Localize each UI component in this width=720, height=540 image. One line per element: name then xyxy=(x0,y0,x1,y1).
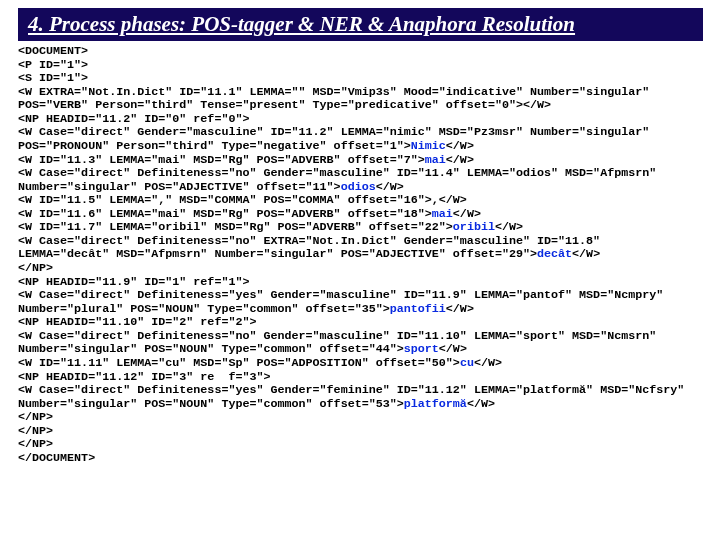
line: </NP> xyxy=(18,261,53,275)
line: <NP HEADID="11.12" ID="3" re f="3"> xyxy=(18,370,271,384)
line: <W Case="direct" Definiteness="no" EXTRA… xyxy=(18,234,607,262)
line: </W> xyxy=(439,342,467,356)
word-pantofii: pantofii xyxy=(390,302,446,316)
line: <W Case="direct" Definiteness="yes" Gend… xyxy=(18,288,670,316)
word-mai: mai xyxy=(432,207,453,221)
word-cu: cu xyxy=(460,356,474,370)
xml-output: <DOCUMENT> <P ID="1"> <S ID="1"> <W EXTR… xyxy=(18,45,698,465)
line: </W> xyxy=(467,397,495,411)
line: </W> xyxy=(376,180,404,194)
line: <NP HEADID="11.10" ID="2" ref="2"> xyxy=(18,315,256,329)
line: </W> xyxy=(446,302,474,316)
line: </W> xyxy=(446,153,474,167)
slide-title: 4. Process phases: POS-tagger & NER & An… xyxy=(18,8,703,41)
line: <W ID="11.3" LEMMA="mai" MSD="Rg" POS="A… xyxy=(18,153,425,167)
line: <W Case="direct" Definiteness="yes" Gend… xyxy=(18,383,691,411)
line: </NP> xyxy=(18,410,53,424)
line: </W> xyxy=(572,247,600,261)
word-nimic: Nimic xyxy=(411,139,446,153)
word-sport: sport xyxy=(404,342,439,356)
word-decat: decât xyxy=(537,247,572,261)
line: <W Case="direct" Definiteness="no" Gende… xyxy=(18,329,663,357)
line: <W ID="11.5" LEMMA="," MSD="COMMA" POS="… xyxy=(18,193,432,207)
line: </DOCUMENT> xyxy=(18,451,95,465)
line: <P ID="1"> xyxy=(18,58,88,72)
line: </W> xyxy=(446,139,474,153)
line: <W ID="11.11" LEMMA="cu" MSD="Sp" POS="A… xyxy=(18,356,460,370)
line: </W> xyxy=(474,356,502,370)
word-platforma: platformă xyxy=(404,397,467,411)
word-mai: mai xyxy=(425,153,446,167)
line: <NP HEADID="11.2" ID="0" ref="0"> xyxy=(18,112,249,126)
line: <S ID="1"> xyxy=(18,71,88,85)
word-oribil: oribil xyxy=(453,220,495,234)
line: <W EXTRA="Not.In.Dict" ID="11.1" LEMMA="… xyxy=(18,85,656,113)
line: <DOCUMENT> xyxy=(18,44,88,58)
line: </W> xyxy=(453,207,481,221)
word-odios: odios xyxy=(341,180,376,194)
line: </NP> xyxy=(18,424,53,438)
line: <NP HEADID="11.9" ID="1" ref="1"> xyxy=(18,275,249,289)
line: <W ID="11.7" LEMMA="oribil" MSD="Rg" POS… xyxy=(18,220,453,234)
line: </NP> xyxy=(18,437,53,451)
line: </W> xyxy=(495,220,523,234)
line: <W ID="11.6" LEMMA="mai" MSD="Rg" POS="A… xyxy=(18,207,432,221)
line: ,</W> xyxy=(432,193,467,207)
line: <W Case="direct" Gender="masculine" ID="… xyxy=(18,125,656,153)
